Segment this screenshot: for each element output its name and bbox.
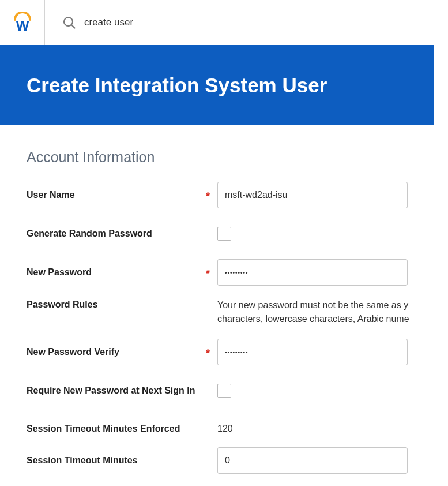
row-password-rules: Password Rules Your new password must no… [27,298,434,326]
label-password-rules: Password Rules [27,298,206,310]
required-indicator: * [206,188,214,203]
content: Account Information User Name * Generate… [0,125,434,486]
page-title: Create Integration System User [27,74,434,97]
row-username: User Name * [27,182,434,208]
label-session-timeout-enforced: Session Timeout Minutes Enforced [27,424,206,434]
row-generate-random: Generate Random Password [27,221,434,246]
label-new-password-verify: New Password Verify [27,347,206,357]
row-new-password-verify: New Password Verify * [27,339,434,365]
page-banner: Create Integration System User [0,45,434,125]
svg-line-2 [71,25,75,28]
search-wrap [45,16,448,29]
generate-random-checkbox[interactable] [217,227,231,241]
row-new-password: New Password * [27,259,434,286]
row-require-new-password: Require New Password at Next Sign In [27,378,434,403]
section-title: Account Information [27,149,434,166]
svg-text:W: W [16,18,29,33]
required-indicator: * [206,266,214,280]
divider [44,0,45,45]
username-input[interactable] [217,182,408,208]
label-session-timeout-minutes: Session Timeout Minutes [27,455,206,466]
required-indicator: * [206,345,214,360]
new-password-input[interactable] [217,259,408,286]
password-rules-text: Your new password must not be the same a… [217,298,434,326]
row-session-timeout-minutes: Session Timeout Minutes [27,447,434,474]
new-password-verify-input[interactable] [217,339,408,365]
label-require-new-password: Require New Password at Next Sign In [27,386,206,396]
logo-wrap[interactable]: W [0,0,45,45]
topbar: W [0,0,448,45]
label-username: User Name [27,190,206,200]
label-new-password: New Password [27,267,206,278]
session-timeout-minutes-input[interactable] [217,447,408,474]
search-input[interactable] [84,17,257,28]
row-session-timeout-enforced: Session Timeout Minutes Enforced 120 [27,416,434,442]
workday-logo-icon: W [12,12,33,33]
session-timeout-enforced-value: 120 [217,424,233,434]
label-generate-random: Generate Random Password [27,229,206,239]
require-new-password-checkbox[interactable] [217,384,231,398]
search-icon [62,16,76,29]
